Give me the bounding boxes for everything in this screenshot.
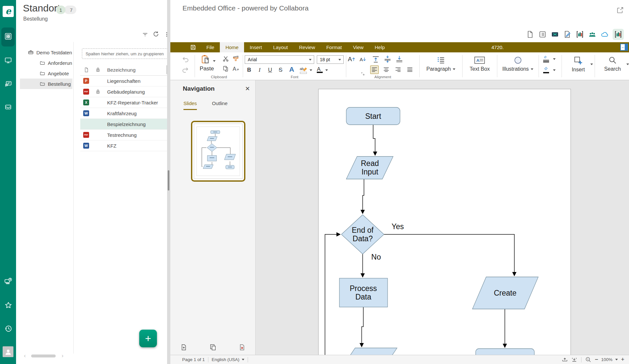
menu-tab-view[interactable]: View — [347, 42, 369, 52]
zoom-reset-icon[interactable]: 1 — [585, 356, 592, 363]
filter-icon[interactable] — [141, 30, 149, 38]
paste-button[interactable]: Paste — [196, 65, 218, 72]
slide-svg[interactable]: Start Read Input End of Data? Yes No Pro… — [256, 80, 629, 355]
fill-color-dropdown[interactable] — [553, 69, 556, 71]
panel-scrollbar-thumb[interactable] — [168, 170, 169, 191]
contacts-icon[interactable] — [588, 30, 597, 39]
align-center-icon[interactable] — [382, 65, 391, 74]
close-icon[interactable]: ✕ — [245, 85, 250, 92]
menu-tab-home[interactable]: Home — [220, 42, 244, 52]
add-button[interactable]: + — [139, 330, 157, 347]
menu-tab-layout[interactable]: Layout — [268, 42, 294, 52]
menu-tab-format[interactable]: Format — [321, 42, 348, 52]
app-logo[interactable]: e — [3, 6, 14, 17]
apps-grid-icon[interactable] — [4, 32, 12, 41]
search-dropdown[interactable] — [626, 64, 629, 65]
line-style-icon[interactable] — [542, 55, 550, 64]
sidebar-collapse-icon[interactable]: ← — [620, 44, 628, 51]
font-name-select[interactable]: Arial — [245, 55, 314, 64]
tree-root[interactable]: Demo Testdaten — [28, 47, 72, 58]
align-justify-icon[interactable] — [406, 65, 414, 74]
scroll-left-chevron[interactable]: ‹ — [24, 353, 26, 359]
paste-icon[interactable] — [200, 54, 210, 64]
highlight-dropdown[interactable] — [310, 69, 312, 71]
italic-button[interactable]: I — [256, 67, 263, 73]
font-size-select[interactable]: 18 pt — [317, 55, 344, 64]
bold-button[interactable]: B — [245, 67, 253, 73]
user-avatar[interactable] — [3, 346, 13, 357]
tree-item-angebote[interactable]: Angebote — [40, 68, 69, 79]
fit-slide-icon[interactable] — [562, 356, 568, 363]
cloud-icon[interactable] — [600, 30, 609, 39]
tab-slides[interactable]: Slides — [183, 100, 197, 110]
forms-icon[interactable] — [538, 30, 547, 39]
insert-dropdown[interactable] — [590, 64, 593, 65]
clear-formatting-icon[interactable]: A — [233, 66, 239, 72]
language-selector[interactable]: English (USA) — [212, 357, 239, 362]
align-right-icon[interactable] — [394, 65, 402, 74]
strikethrough-button[interactable]: S — [277, 67, 284, 73]
cut-icon[interactable] — [222, 56, 229, 62]
presentation-active-icon[interactable] — [613, 29, 624, 40]
zoom-out-button[interactable]: − — [595, 356, 598, 363]
underline-button[interactable]: U — [266, 67, 274, 73]
align-bottom-icon[interactable] — [395, 55, 404, 64]
shrink-font-icon[interactable]: A — [360, 57, 366, 62]
group-dropzone[interactable]: Spalten hierher ziehen, um zu gruppieren — [82, 48, 167, 59]
open-external-icon[interactable] — [616, 6, 624, 14]
mail-icon[interactable] — [550, 30, 560, 39]
paragraph-button[interactable]: Paragraph — [421, 52, 461, 80]
tree-item-anforderun[interactable]: Anforderun — [40, 58, 72, 68]
zoom-in-button[interactable]: + — [621, 356, 624, 363]
font-color-dropdown[interactable] — [325, 69, 328, 71]
slide-canvas-area[interactable]: Start Read Input End of Data? Yes No Pro… — [256, 80, 629, 355]
menu-tab-insert[interactable]: Insert — [244, 42, 268, 52]
star-icon[interactable] — [4, 301, 12, 309]
align-vcenter-icon[interactable] — [383, 55, 392, 64]
scroll-right-chevron[interactable]: › — [62, 353, 64, 359]
node-end-partial[interactable] — [476, 349, 534, 355]
align-left-icon[interactable] — [370, 65, 379, 74]
slide-thumbnail[interactable] — [191, 121, 245, 182]
save-icon[interactable] — [190, 44, 196, 50]
insert-button[interactable]: Insert — [563, 52, 594, 80]
highlight-color-button[interactable]: ab — [299, 66, 308, 76]
format-paint-icon[interactable] — [232, 55, 239, 62]
export-stack-icon[interactable] — [4, 277, 12, 285]
paste-dropdown[interactable] — [213, 60, 216, 62]
delete-slide-icon[interactable] — [238, 344, 246, 351]
duplicate-slide-icon[interactable] — [209, 344, 217, 351]
document-edit-icon[interactable] — [563, 30, 572, 39]
menu-tab-file[interactable]: File — [201, 42, 220, 52]
language-dropdown[interactable] — [242, 359, 244, 360]
illustrations-button[interactable]: Illustrations — [498, 52, 537, 80]
textbox-button[interactable]: A Text Box — [464, 52, 496, 80]
search-chat-icon[interactable] — [4, 80, 12, 88]
tree-item-bestellung[interactable]: Bestellung — [40, 79, 71, 89]
new-document-icon[interactable] — [525, 30, 535, 39]
illustrations-dropdown[interactable] — [531, 68, 533, 70]
line-style-dropdown[interactable] — [553, 58, 556, 60]
history-icon[interactable] — [4, 324, 12, 333]
inbox-icon[interactable] — [4, 103, 12, 111]
grow-font-icon[interactable]: A — [348, 56, 355, 63]
new-slide-icon[interactable] — [180, 344, 187, 351]
horizontal-scrollbar-thumb[interactable] — [31, 355, 56, 357]
fit-width-icon[interactable] — [571, 356, 578, 363]
fill-color-icon[interactable] — [542, 66, 550, 75]
undo-icon[interactable] — [181, 56, 189, 64]
zoom-dropdown[interactable] — [615, 359, 618, 360]
copy-icon[interactable] — [222, 65, 229, 72]
paragraph-dropdown[interactable] — [453, 68, 455, 70]
align-top-icon[interactable] — [372, 55, 380, 64]
refresh-icon[interactable] — [152, 30, 160, 38]
menu-tab-review[interactable]: Review — [294, 42, 321, 52]
screens-icon[interactable] — [4, 56, 12, 64]
menu-tab-help[interactable]: Help — [369, 42, 391, 52]
search-button[interactable]: Search — [596, 52, 629, 80]
shadow-a-button[interactable]: A — [288, 65, 295, 73]
font-color-button[interactable]: A — [317, 66, 323, 73]
presentation-icon[interactable] — [575, 30, 584, 39]
redo-icon[interactable] — [181, 66, 189, 74]
tab-outline[interactable]: Outline — [212, 100, 228, 106]
